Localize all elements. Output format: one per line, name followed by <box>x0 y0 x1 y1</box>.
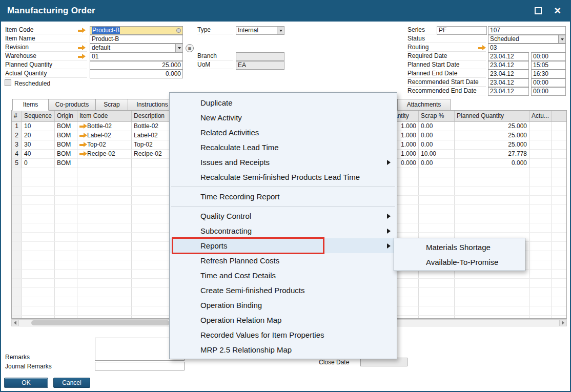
tab-items[interactable]: Items <box>12 99 49 111</box>
header-planned-quantity[interactable]: Planned Quantity <box>455 111 529 122</box>
cell-scrap-pct[interactable]: 0.00 <box>419 159 455 168</box>
warehouse-link-arrow-icon[interactable] <box>78 54 86 59</box>
header-item-code[interactable]: Item Code <box>77 111 132 122</box>
cell-scrap-pct[interactable]: 0.00 <box>419 122 455 131</box>
menu-item-operation-relation-map[interactable]: Operation Relation Map <box>170 313 397 327</box>
cell-sequence[interactable]: 30 <box>22 140 55 150</box>
item-code-field[interactable]: Product-B <box>90 26 183 35</box>
cell-sequence[interactable]: 20 <box>22 131 55 140</box>
cell-actual[interactable] <box>529 131 552 140</box>
link-arrow-icon[interactable] <box>79 151 87 157</box>
scrollbar-thumb[interactable] <box>31 320 170 325</box>
required-date-field[interactable]: 23.04.12 <box>488 52 529 61</box>
recommended-end-date-field[interactable]: 23.04.12 <box>488 87 529 96</box>
type-dropdown-arrow-icon[interactable] <box>277 27 284 34</box>
journal-remarks-field[interactable] <box>95 362 185 370</box>
tab-attachments[interactable]: Attachments <box>397 99 451 111</box>
required-time-field[interactable]: 00:00 <box>531 52 566 61</box>
menu-item-mrp-relationship-map[interactable]: MRP 2.5 Relationship Map <box>170 342 397 357</box>
cell-num[interactable]: 2 <box>12 131 22 140</box>
cell-scrap-pct[interactable]: 0.00 <box>419 140 455 150</box>
status-dropdown[interactable]: Scheduled <box>488 35 566 44</box>
cell-sequence[interactable]: 0 <box>22 159 55 168</box>
cell-actual[interactable] <box>529 150 552 159</box>
menu-item-time-and-cost-details[interactable]: Time and Cost Details <box>170 268 397 283</box>
submenu-item-available-to-promise[interactable]: Available-To-Promise <box>394 255 525 270</box>
window-titlebar[interactable]: Manufacturing Order × <box>0 0 571 22</box>
planned-start-date-field[interactable]: 23.04.12 <box>488 61 529 70</box>
planned-end-date-field[interactable]: 23.04.12 <box>488 70 529 78</box>
cell-scrap-pct[interactable]: 0.00 <box>419 131 455 140</box>
scroll-left-icon[interactable] <box>12 320 19 326</box>
menu-item-recalculate-lead-time[interactable]: Recalculate Lead Time <box>170 140 397 155</box>
link-arrow-icon[interactable] <box>79 123 87 129</box>
revision-dropdown-arrow-icon[interactable] <box>175 44 182 52</box>
link-arrow-icon[interactable] <box>79 133 87 138</box>
cell-origin[interactable]: BOM <box>55 122 77 131</box>
cell-sequence[interactable]: 10 <box>22 122 55 131</box>
cell-num[interactable]: 3 <box>12 140 22 150</box>
cell-origin[interactable]: BOM <box>55 131 77 140</box>
menu-item-create-semi-finished-products[interactable]: Create Semi-finished Products <box>170 283 397 298</box>
menu-item-recorded-values-item-properties[interactable]: Recorded Values for Item Properties <box>170 327 397 342</box>
menu-item-issues-and-receipts[interactable]: Issues and Receipts <box>170 155 397 170</box>
header-origin[interactable]: Origin <box>55 111 77 122</box>
cell-sequence[interactable]: 40 <box>22 150 55 159</box>
tab-scrap[interactable]: Scrap <box>95 99 128 111</box>
cell-origin[interactable]: BOM <box>55 159 77 168</box>
cell-num[interactable]: 5 <box>12 159 22 168</box>
submenu-item-materials-shortage[interactable]: Materials Shortage <box>394 240 525 255</box>
menu-item-time-recording-report[interactable]: Time Recording Report <box>170 189 397 204</box>
revision-dropdown[interactable]: default <box>90 44 183 52</box>
revision-list-icon[interactable]: ≡ <box>186 44 194 52</box>
rescheduled-checkbox[interactable] <box>5 79 11 86</box>
status-dropdown-arrow-icon[interactable] <box>558 35 565 43</box>
routing-field[interactable]: 03 <box>488 44 566 52</box>
menu-item-new-activity[interactable]: New Activity <box>170 110 397 125</box>
cell-item-code[interactable]: Label-02 <box>77 131 132 140</box>
cell-item-code[interactable]: Bottle-02 <box>77 122 132 131</box>
menu-item-refresh-planned-costs[interactable]: Refresh Planned Costs <box>170 253 397 268</box>
scroll-right-icon[interactable] <box>559 320 566 326</box>
header-num[interactable]: # <box>12 111 22 122</box>
type-dropdown[interactable]: Internal <box>236 26 284 35</box>
actual-quantity-field[interactable]: 0.000 <box>90 70 183 78</box>
menu-item-quality-control[interactable]: Quality Control <box>170 209 397 223</box>
cell-scrap-pct[interactable]: 10.00 <box>419 150 455 159</box>
cell-num[interactable]: 1 <box>12 122 22 131</box>
header-sequence[interactable]: Sequence <box>22 111 55 122</box>
recommended-start-time-field[interactable]: 00:00 <box>531 78 566 87</box>
menu-item-duplicate[interactable]: Duplicate <box>170 95 397 110</box>
cell-planned-quantity[interactable]: 25.000 <box>455 131 529 140</box>
cell-item-code[interactable]: Recipe-02 <box>77 150 132 159</box>
cell-num[interactable]: 4 <box>12 150 22 159</box>
cell-item-code[interactable]: Top-02 <box>77 140 132 150</box>
menu-item-related-activities[interactable]: Related Activities <box>170 125 397 140</box>
item-code-link-arrow-icon[interactable] <box>78 28 86 33</box>
cell-actual[interactable] <box>529 122 552 131</box>
planned-start-time-field[interactable]: 15:05 <box>531 61 566 70</box>
cell-item-code[interactable] <box>77 159 132 168</box>
revision-link-arrow-icon[interactable] <box>78 45 86 51</box>
tab-co-products[interactable]: Co-products <box>48 99 96 111</box>
cancel-button[interactable]: Cancel <box>53 378 90 388</box>
item-name-field[interactable]: Product-B <box>90 35 183 44</box>
cell-origin[interactable]: BOM <box>55 150 77 159</box>
recommended-end-time-field[interactable]: 00:00 <box>531 87 566 96</box>
close-icon[interactable]: × <box>554 7 561 14</box>
planned-quantity-field[interactable]: 25.000 <box>90 61 183 70</box>
menu-item-operation-binding[interactable]: Operation Binding <box>170 298 397 313</box>
header-actual[interactable]: Actu... <box>529 111 552 122</box>
cell-planned-quantity[interactable]: 25.000 <box>455 140 529 150</box>
cell-planned-quantity[interactable]: 27.778 <box>455 150 529 159</box>
cell-origin[interactable]: BOM <box>55 140 77 150</box>
menu-item-subcontracting[interactable]: Subcontracting <box>170 223 397 238</box>
series-field[interactable]: PF <box>437 26 487 35</box>
cell-actual[interactable] <box>529 140 552 150</box>
recommended-start-date-field[interactable]: 23.04.12 <box>488 78 529 87</box>
cell-planned-quantity[interactable]: 0.000 <box>455 159 529 168</box>
header-scrap-pct[interactable]: Scrap % <box>419 111 455 122</box>
link-arrow-icon[interactable] <box>79 142 87 148</box>
maximize-icon[interactable] <box>535 7 542 14</box>
cell-actual[interactable] <box>529 159 552 168</box>
